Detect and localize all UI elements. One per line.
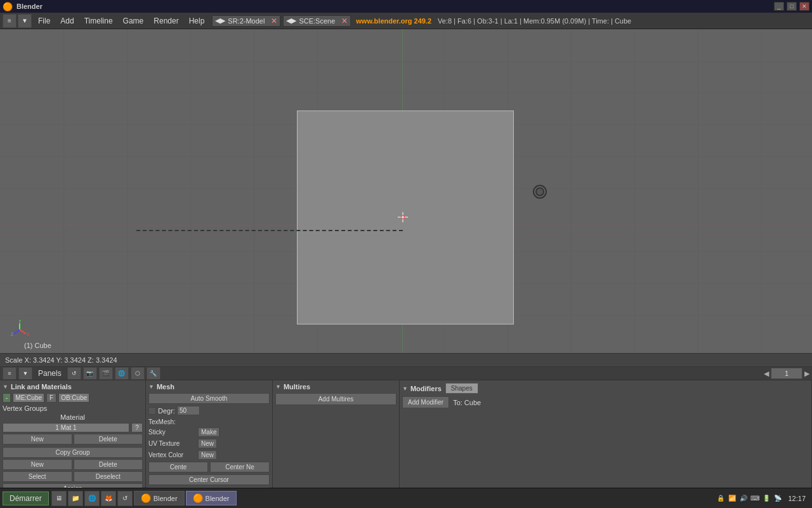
frame-input[interactable] [771,368,802,379]
sys-icon-6: 📡 [773,493,783,504]
group-new-btn[interactable]: New [3,459,72,470]
add-modifier-btn[interactable]: Add Modifier [402,396,449,408]
menu-add[interactable]: Add [55,15,79,27]
auto-smooth-btn[interactable]: Auto Smooth [148,393,270,404]
taskbar-icon-3[interactable]: 🌐 [84,491,100,506]
to-label: To: Cube [453,399,481,406]
scene2-close[interactable]: ✕ [341,17,348,25]
modifier-controls: Add Modifier To: Cube [402,396,809,408]
mat-question-btn[interactable]: ? [131,423,143,432]
scale-info-text: Scale X: 3.3424 Y: 3.3424 Z: 3.3424 [5,356,117,364]
start-button[interactable]: Démarrer [3,491,49,505]
taskbar-right: 🔒 📶 🔊 ⌨ 🔋 📡 12:17 [716,493,809,504]
modifier-icon[interactable]: 🔧 [147,367,160,380]
scene-icon[interactable]: 🎬 [99,367,113,380]
frame-next[interactable]: ▶ [804,370,809,378]
add-multires-btn[interactable]: Add Multires [275,393,396,405]
taskbar-icon-5[interactable]: ↺ [117,491,133,506]
dropdown-arrow[interactable]: ▼ [18,14,32,28]
vc-row: Vertex Color New [148,450,270,460]
menu-game[interactable]: Game [118,15,149,27]
tex-mesh-row: TexMesh: [148,418,270,425]
material-label: Material [3,413,143,421]
menu-render[interactable]: Render [148,15,183,27]
scene-selector-1[interactable]: ◀▶ SR:2-Model ✕ [212,15,280,27]
object-name: (1) Cube [24,342,51,349]
taskbar-icon-1[interactable]: 🖥 [51,491,67,506]
link-materials-title: Link and Materials [11,383,72,391]
blender-icon-small: 🟠 [141,493,151,503]
me-prefix[interactable]: - [3,393,11,403]
sys-icon-3: 🔊 [738,493,749,504]
menu-timeline[interactable]: Timeline [79,15,118,27]
minimize-btn[interactable]: _ [774,2,784,11]
panels-label: Panels [34,369,65,378]
render-icon[interactable]: 📷 [83,367,97,380]
deselect-btn[interactable]: Deselect [74,471,143,482]
shapes-tab[interactable]: Shapes [445,383,478,394]
menu-bar: ≡ ▼ File Add Timeline Game Render Help ◀… [0,13,812,29]
window-title: Blender [16,3,43,10]
close-btn[interactable]: ✕ [799,2,809,11]
collapse-triangle[interactable]: ▼ [3,384,8,390]
mat-delete-btn[interactable]: Delete [74,434,143,444]
select-btn[interactable]: Select [3,471,72,482]
vc-new-btn[interactable]: New [198,450,217,460]
refresh-icon[interactable]: ↺ [67,367,81,380]
viewport[interactable]: X Y Z (1) Cube [0,29,812,353]
status-info: Ve:8 | Fa:6 | Ob:3-1 | La:1 | Mem:0.95M … [438,17,631,25]
panel-dropdown[interactable]: ▼ [18,367,32,380]
mat-new-btn[interactable]: New [3,434,72,444]
taskbar: Démarrer 🖥 📁 🌐 🦊 ↺ 🟠 Blender 🟠 Blender 🔒… [0,488,812,508]
menu-help[interactable]: Help [184,15,210,27]
blender-icon: 🟠 [3,2,13,11]
multires-header: ▼ Multires [275,383,396,391]
group-delete-btn[interactable]: Delete [74,459,143,470]
panel-icon[interactable]: ≡ [3,14,16,28]
taskbar-icon-4[interactable]: 🦊 [101,491,116,506]
ob-value: OB:Cube [58,393,89,403]
modifiers-collapse[interactable]: ▼ [402,385,408,392]
taskbar-app-1[interactable]: 🟠 Blender [134,491,185,505]
sticky-make-btn[interactable]: Make [198,427,219,437]
multires-title: Multires [284,383,310,391]
sys-icon-4: ⌨ [750,493,760,504]
scene1-close[interactable]: ✕ [271,17,277,25]
3d-cursor [398,212,408,222]
maximize-btn[interactable]: □ [787,2,797,11]
menu-file[interactable]: File [33,15,55,27]
svg-text:Y: Y [18,320,22,323]
object-icon[interactable]: ⬡ [131,367,145,380]
mat-name-input[interactable] [3,423,129,432]
svg-text:Z: Z [11,332,14,337]
me-row: - ME:Cube F OB:Cube [3,393,143,403]
scale-info-bar: Scale X: 3.3424 Y: 3.3424 Z: 3.3424 [0,353,812,367]
perspective-line [136,230,403,231]
group-btn-row-1: New Delete [3,459,143,470]
taskbar-app-2[interactable]: 🟠 Blender [186,491,237,505]
sticky-row: Sticky Make [148,427,270,437]
frame-prev[interactable]: ◀ [764,370,769,378]
degr-checkbox[interactable] [148,407,156,415]
multires-collapse[interactable]: ▼ [275,384,281,390]
tex-mesh-label: TexMesh: [148,418,196,425]
scene-selector-2[interactable]: ◀▶ SCE:Scene ✕ [283,15,351,27]
uv-new-btn[interactable]: New [198,439,217,448]
scene2-arrow: ◀▶ [286,17,296,25]
center-new-btn[interactable]: Center Ne [210,462,270,472]
me-value: ME:Cube [13,393,44,403]
center-btn[interactable]: Cente [148,462,208,472]
center-cursor-btn[interactable]: Center Cursor [148,474,270,485]
degr-input[interactable] [177,406,200,415]
world-icon[interactable]: 🌐 [115,367,129,380]
panel-type-icon[interactable]: ≡ [3,367,16,380]
sys-icon-5: 🔋 [761,493,771,504]
copy-group-btn[interactable]: Copy Group [3,447,143,458]
f-btn[interactable]: F [46,393,56,403]
mesh-collapse[interactable]: ▼ [148,384,154,390]
uv-label: UV Texture [148,440,196,447]
scene1-arrow: ◀▶ [215,17,225,25]
modifiers-header: ▼ Modifiers Shapes [402,383,809,394]
taskbar-icon-2[interactable]: 📁 [68,491,83,506]
auto-smooth-row: Auto Smooth [148,393,270,404]
